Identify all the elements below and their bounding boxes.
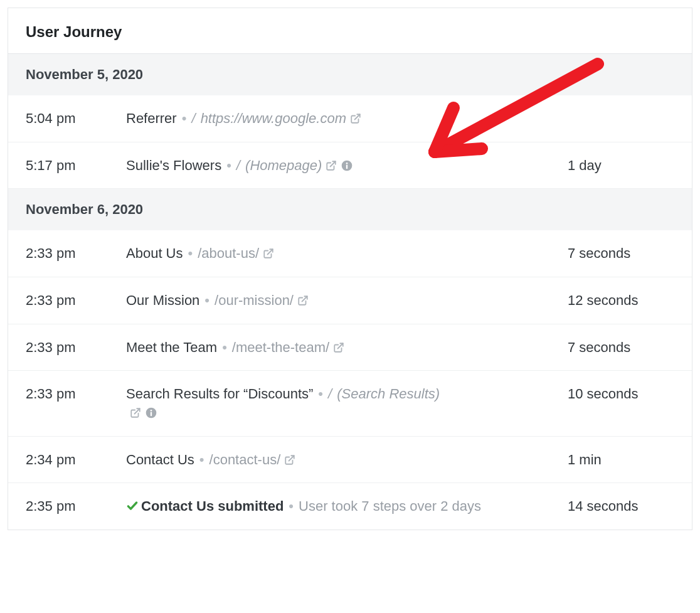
row-summary: User took 7 steps over 2 days (299, 498, 481, 514)
external-link-icon[interactable] (284, 454, 295, 466)
date-label: November 5, 2020 (26, 67, 143, 82)
row-path: /meet-the-team/ (232, 339, 329, 355)
row-main: About Us•/about-us/ (126, 244, 568, 263)
row-duration: 1 min (568, 450, 674, 469)
check-icon (126, 499, 139, 512)
row-time: 2:33 pm (26, 291, 126, 310)
journey-row: 2:33 pmMeet the Team•/meet-the-team/7 se… (8, 324, 692, 371)
journey-row: 2:33 pmOur Mission•/our-mission/12 secon… (8, 277, 692, 324)
info-icon[interactable] (145, 407, 157, 419)
row-title: Sullie's Flowers (126, 157, 221, 173)
external-link-icon[interactable] (263, 248, 274, 259)
row-time: 2:33 pm (26, 338, 126, 357)
row-main: Meet the Team•/meet-the-team/ (126, 338, 568, 357)
row-duration: 10 seconds (568, 385, 674, 403)
row-title: About Us (126, 245, 183, 261)
row-path: /contact-us/ (209, 452, 281, 467)
row-duration: 1 day (568, 156, 674, 175)
row-duration: 14 seconds (568, 497, 674, 516)
row-time: 5:17 pm (26, 156, 126, 175)
separator-dot: • (183, 245, 198, 261)
date-label: November 6, 2020 (26, 201, 143, 217)
journey-row: 2:35 pmContact Us submitted•User took 7 … (8, 483, 692, 530)
journey-row: 2:34 pmContact Us•/contact-us/1 min (8, 437, 692, 484)
row-title: Contact Us submitted (141, 498, 284, 514)
separator-dot: • (284, 498, 299, 514)
row-time: 2:35 pm (26, 497, 126, 516)
svg-rect-2 (346, 164, 347, 169)
row-path: /about-us/ (198, 245, 259, 261)
external-link-icon[interactable] (333, 342, 344, 353)
panel-title: User Journey (26, 22, 674, 42)
info-icon[interactable] (341, 159, 353, 172)
row-time: 5:04 pm (26, 109, 126, 128)
separator-dot: • (177, 110, 192, 126)
separator-dot: • (217, 339, 232, 355)
separator-dot: • (194, 452, 209, 467)
row-title: Meet the Team (126, 339, 217, 355)
user-journey-panel: User Journey November 5, 20205:04 pmRefe… (8, 8, 692, 530)
row-time: 2:34 pm (26, 450, 126, 469)
slash-prefix: / (191, 110, 200, 126)
panel-header: User Journey (8, 8, 692, 54)
journey-row: 5:04 pmReferrer•/ https://www.google.com (8, 95, 692, 142)
external-link-icon[interactable] (297, 295, 309, 306)
slash-prefix: / (328, 386, 337, 402)
row-main: Our Mission•/our-mission/ (126, 291, 568, 310)
row-path: /our-mission/ (215, 292, 294, 308)
row-title: Search Results for “Discounts” (126, 386, 313, 402)
slash-prefix: / (236, 157, 245, 173)
external-link-icon[interactable] (130, 407, 141, 418)
external-link-icon[interactable] (350, 113, 361, 124)
row-path: (Search Results) (337, 386, 440, 402)
journey-row: 2:33 pmAbout Us•/about-us/7 seconds (8, 230, 692, 277)
row-title: Our Mission (126, 292, 199, 308)
row-time: 2:33 pm (26, 385, 126, 403)
row-title: Contact Us (126, 452, 194, 467)
date-header: November 5, 2020 (8, 54, 692, 95)
svg-rect-5 (151, 412, 152, 416)
row-duration: 7 seconds (568, 338, 674, 357)
row-title: Referrer (126, 110, 177, 126)
separator-dot: • (221, 157, 236, 173)
separator-dot: • (313, 386, 328, 402)
external-link-icon[interactable] (326, 160, 337, 171)
date-header: November 6, 2020 (8, 189, 692, 230)
row-main: Contact Us•/contact-us/ (126, 450, 568, 469)
svg-point-1 (346, 163, 348, 164)
row-main: Sullie's Flowers•/ (Homepage) (126, 156, 568, 175)
row-duration: 12 seconds (568, 291, 674, 310)
row-time: 2:33 pm (26, 244, 126, 263)
journey-row: 5:17 pmSullie's Flowers•/ (Homepage)1 da… (8, 142, 692, 189)
separator-dot: • (199, 292, 215, 308)
svg-point-4 (151, 410, 152, 412)
row-path: (Homepage) (245, 157, 322, 173)
row-duration: 7 seconds (568, 244, 674, 263)
row-main: Search Results for “Discounts”•/ (Search… (126, 385, 568, 422)
journey-row: 2:33 pmSearch Results for “Discounts”•/ … (8, 371, 692, 436)
row-main: Contact Us submitted•User took 7 steps o… (126, 497, 568, 516)
row-main: Referrer•/ https://www.google.com (126, 109, 568, 128)
row-path: https://www.google.com (201, 110, 346, 126)
